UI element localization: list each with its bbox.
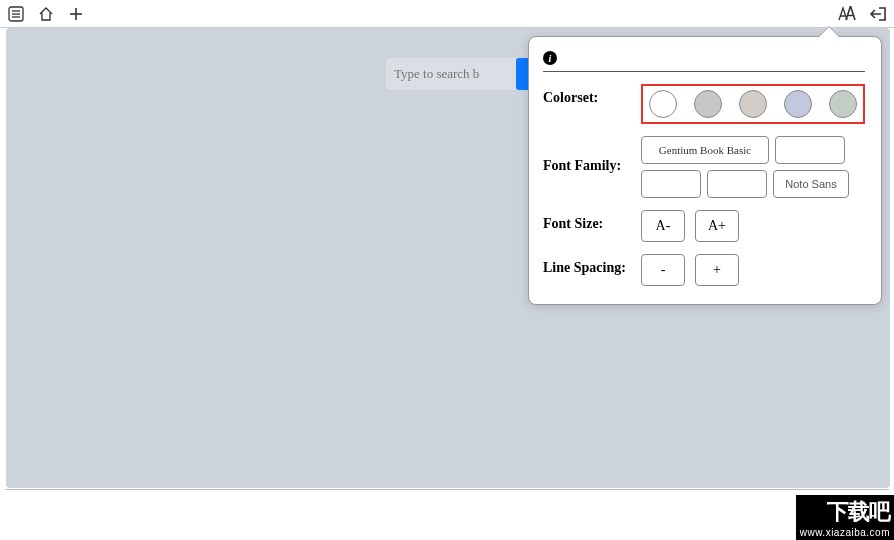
colorset-swatch-2[interactable]	[694, 90, 722, 118]
text-settings-popover: i Colorset: Font Family: Gentium Book Ba…	[528, 36, 882, 305]
line-spacing-decrease-button[interactable]: -	[641, 254, 685, 286]
colorset-swatch-4[interactable]	[784, 90, 812, 118]
text-style-icon[interactable]	[836, 4, 856, 24]
font-option-gentium[interactable]: Gentium Book Basic	[641, 136, 769, 164]
font-size-decrease-button[interactable]: A-	[641, 210, 685, 242]
search-drag-handle[interactable]	[516, 58, 528, 90]
colorset-swatch-5[interactable]	[829, 90, 857, 118]
font-option-noto-sans[interactable]: Noto Sans	[773, 170, 849, 198]
font-size-increase-button[interactable]: A+	[695, 210, 739, 242]
top-toolbar	[0, 0, 894, 28]
font-family-group: Gentium Book Basic Noto Sans	[641, 136, 865, 198]
list-icon[interactable]	[6, 4, 26, 24]
search-field-wrap	[386, 58, 522, 90]
font-option-2[interactable]	[775, 136, 845, 164]
colorset-group	[641, 84, 865, 124]
font-size-label: Font Size:	[543, 210, 641, 232]
colorset-swatch-1[interactable]	[649, 90, 677, 118]
bottom-divider	[5, 489, 889, 490]
search-input[interactable]	[386, 60, 522, 88]
add-icon[interactable]	[66, 4, 86, 24]
exit-icon[interactable]	[868, 4, 888, 24]
info-icon[interactable]: i	[543, 51, 557, 65]
watermark: 下载吧 www.xiazaiba.com	[796, 495, 894, 540]
line-spacing-increase-button[interactable]: +	[695, 254, 739, 286]
font-family-label: Font Family:	[543, 136, 641, 174]
home-icon[interactable]	[36, 4, 56, 24]
watermark-url: www.xiazaiba.com	[800, 527, 890, 538]
colorset-label: Colorset:	[543, 84, 641, 106]
colorset-swatch-3[interactable]	[739, 90, 767, 118]
line-spacing-label: Line Spacing:	[543, 254, 641, 276]
watermark-title: 下载吧	[800, 497, 890, 527]
font-option-4[interactable]	[707, 170, 767, 198]
popover-header: i	[543, 51, 865, 72]
font-option-3[interactable]	[641, 170, 701, 198]
